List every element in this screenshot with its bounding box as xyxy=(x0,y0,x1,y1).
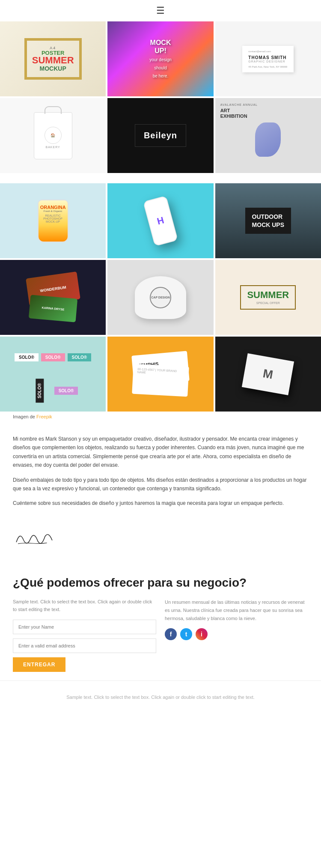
outdoor-board: OUTDOORMOCK UPS xyxy=(245,208,291,233)
phone-mockup: H xyxy=(143,195,178,246)
beileyn-text: Beileyn xyxy=(144,131,177,140)
gallery-cell-poster[interactable]: A4 POSTER SUMMER MOCKUP xyxy=(0,21,106,96)
poster-title-2: SUMMER xyxy=(32,56,74,65)
navigation: ☰ xyxy=(0,0,321,21)
email-input[interactable] xyxy=(13,638,156,653)
offer-description: Un resumen mensual de las últimas notici… xyxy=(165,598,308,622)
gallery-cell-exhibition[interactable]: AVALANCHE ANNUAL ARTEXHIBITION xyxy=(215,98,321,173)
gallery-cell-beileyn[interactable]: Beileyn xyxy=(107,98,213,173)
gallery-row-4: WONDERBUM Karina Dryse CAP DESIGN SUMMER… xyxy=(0,260,321,335)
gallery-cell-wonderbum[interactable]: WONDERBUM Karina Dryse xyxy=(0,260,106,335)
about-paragraph-1: Mi nombre es Mark Stanson y soy un empaq… xyxy=(13,435,308,470)
social-icons-group: f t i xyxy=(165,628,308,640)
gallery-cell-business[interactable]: contact@email.com THOMAS SMITH Graphic D… xyxy=(215,21,321,96)
hamburger-icon[interactable]: ☰ xyxy=(156,5,165,16)
instagram-icon[interactable]: i xyxy=(196,628,208,640)
poster-title-3: MOCKUP xyxy=(32,65,74,72)
signature-section xyxy=(0,522,321,563)
about-paragraph-2: Diseño embalajes de todo tipo y para tod… xyxy=(13,476,308,493)
business-card-name: THOMAS SMITH xyxy=(248,55,288,60)
exhibition-sculpture xyxy=(255,122,281,157)
gallery-cell-summer[interactable]: SUMMER SPECIAL OFFER xyxy=(215,260,321,335)
gallery-row-3: ORANGINA Fresh & Organic REALISTICPHOTOS… xyxy=(0,183,321,258)
offer-left: Sample text. Click to select the text bo… xyxy=(13,598,156,671)
gallery-cell-billboard[interactable]: MOCKUP!your designshouldbe here. xyxy=(107,21,213,96)
gallery-row-1: A4 POSTER SUMMER MOCKUP MOCKUP!your desi… xyxy=(0,21,321,98)
facebook-icon[interactable]: f xyxy=(165,628,177,640)
offer-layout: Sample text. Click to select the text bo… xyxy=(13,598,308,671)
about-paragraph-3: Cuénteme sobre sus necesidades de diseño… xyxy=(13,499,308,507)
m-envelope: M xyxy=(242,353,294,395)
offer-section: ¿Qué podemos ofrecer para su negocio? Sa… xyxy=(0,563,321,680)
gallery-cell-orangina[interactable]: ORANGINA Fresh & Organic REALISTICPHOTOS… xyxy=(0,183,106,258)
solo-card-4: SOLO® xyxy=(36,379,44,403)
business-card-title: Graphic Designer xyxy=(248,60,288,63)
gallery-cell-memphis[interactable]: MEMPHIS BUSINESS.COM 00-123-4567 | YOUR … xyxy=(107,337,213,412)
orangina-brand: ORANGINA xyxy=(40,205,66,210)
gallery-spacer xyxy=(0,175,321,183)
freepik-link[interactable]: Freepik xyxy=(36,414,52,419)
bag-brand: BAKERY xyxy=(46,146,60,149)
gallery-row-5: SOLO® SOLO® SOLO® SOLO® SOLO® MEMPHIS BU… xyxy=(0,337,321,412)
about-section: Mi nombre es Mark Stanson y soy un empaq… xyxy=(0,422,321,522)
gallery-row-2: 🏠 BAKERY Beileyn AVALANCHE ANNUAL ARTEXH… xyxy=(0,98,321,175)
name-input[interactable] xyxy=(13,620,156,634)
gallery-cell-outdoor[interactable]: OUTDOORMOCK UPS xyxy=(215,183,321,258)
solo-card-1: SOLO® xyxy=(15,353,39,361)
offer-sample-text: Sample text. Click to select the text bo… xyxy=(13,598,156,613)
footer-text: Sample text. Click to select the text bo… xyxy=(13,694,308,701)
summer-poster-frame: SUMMER SPECIAL OFFER xyxy=(240,285,296,310)
cap-badge: CAP DESIGN xyxy=(150,287,171,308)
offer-heading: ¿Qué podemos ofrecer para su negocio? xyxy=(13,576,308,590)
orangina-sub: Fresh & Organic xyxy=(44,210,62,212)
submit-button[interactable]: ENTREGAR xyxy=(13,657,65,672)
image-credit: Imagen de Freepik xyxy=(0,412,321,422)
summer-poster-text: SUMMER xyxy=(245,290,291,300)
gallery-cell-bag[interactable]: 🏠 BAKERY xyxy=(0,98,106,173)
business-card-address: 45 Park Ave, New York, NY 99999 xyxy=(248,66,288,68)
twitter-icon[interactable]: t xyxy=(180,628,192,640)
footer-section: Sample text. Click to select the text bo… xyxy=(0,680,321,714)
solo-card-2: SOLO® xyxy=(41,353,65,361)
gallery-cell-mcard[interactable]: M xyxy=(215,337,321,412)
wonderbum-card-2: Karina Dryse xyxy=(28,295,77,322)
solo-card-3: SOLO® xyxy=(68,353,92,361)
solo-card-5: SOLO® xyxy=(54,387,78,395)
memphis-card-back: 00-123-4567 | YOUR BRAND NAME xyxy=(132,364,189,397)
offer-right: Un resumen mensual de las últimas notici… xyxy=(165,598,308,640)
gallery-cell-phone[interactable]: H xyxy=(107,183,213,258)
bag-logo: 🏠 xyxy=(45,127,62,144)
exhibition-title-big: ARTEXHIBITION xyxy=(220,108,247,119)
m-letter: M xyxy=(262,367,274,382)
signature-svg xyxy=(13,527,56,548)
billboard-text: MOCKUP!your designshouldbe here. xyxy=(149,39,172,80)
gallery-cell-solo[interactable]: SOLO® SOLO® SOLO® SOLO® SOLO® xyxy=(0,337,106,412)
gallery-cell-cap[interactable]: CAP DESIGN xyxy=(107,260,213,335)
business-card-email: contact@email.com xyxy=(248,50,288,53)
exhibition-title-small: AVALANCHE ANNUAL xyxy=(220,103,258,106)
